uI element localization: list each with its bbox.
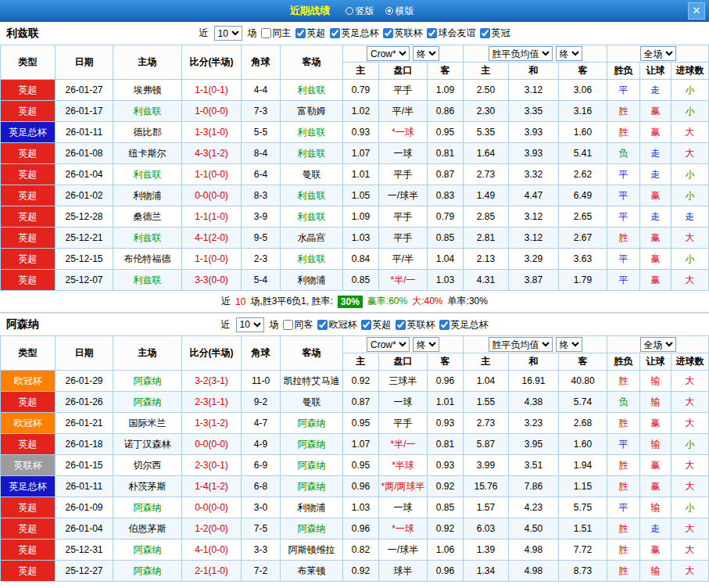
- league-filter-label: 欧冠杯: [329, 318, 357, 332]
- close-button[interactable]: ✕: [688, 2, 705, 20]
- layout-radio-horizontal[interactable]: 横版: [385, 5, 414, 18]
- ah-away-odds: 0.81: [428, 434, 464, 455]
- ah-handicap: 平手: [379, 228, 428, 249]
- league-filter-checkbox[interactable]: 英联杯: [396, 318, 435, 332]
- goals-result: 大: [671, 371, 709, 392]
- handicap-result: 赢: [640, 476, 671, 497]
- column-header: 主场: [113, 336, 182, 371]
- ah-away-odds: 1.06: [428, 540, 464, 561]
- wdl-result: 平: [607, 206, 640, 228]
- league-filter-checkbox-input[interactable]: [361, 320, 371, 330]
- content-area: 利兹联近10场同主英超英足总杯英联杯球会友谊英冠类型日期主场比分(半场)角球客场…: [0, 22, 709, 582]
- match-count-select[interactable]: 10: [214, 26, 242, 41]
- league-filter-checkbox[interactable]: 英超: [295, 27, 326, 40]
- league-badge: 英超: [1, 206, 56, 228]
- win-rate-badge: 30%: [338, 296, 363, 308]
- league-filter-checkbox[interactable]: 英冠: [480, 27, 510, 40]
- league-filter-checkbox[interactable]: 英足总杯: [439, 318, 489, 332]
- match-date: 26-01-09: [56, 497, 113, 518]
- match-row: 英超26-01-04伯恩茅斯1-2(0-0)7-5阿森纳0.96*一球0.926…: [1, 518, 709, 540]
- handicap-result: 赢: [640, 413, 671, 434]
- layout-radio-vertical[interactable]: 竖版: [346, 5, 374, 18]
- league-filter-checkbox[interactable]: 英超: [361, 318, 392, 332]
- wdl-result: 平: [607, 497, 640, 518]
- league-filter-checkbox[interactable]: 英联杯: [383, 27, 423, 40]
- match-row: 英足总杯26-01-11朴茨茅斯1-4(1-2)6-8阿森纳0.96*两/两球半…: [1, 476, 709, 497]
- away-team: 曼联: [281, 392, 343, 413]
- euro-draw-odds: 3.12: [509, 80, 559, 101]
- match-row: 英超26-01-09阿森纳0-0(0-0)3-0利物浦1.03一球0.851.5…: [1, 497, 709, 518]
- bookmaker-select[interactable]: Crow*: [367, 337, 410, 352]
- away-team: 阿森纳: [281, 455, 343, 476]
- euro-home-odds: 1.64: [464, 143, 509, 164]
- euro-mean-select[interactable]: 胜平负均值: [489, 337, 553, 352]
- ah-home-odds: 0.79: [343, 80, 379, 101]
- league-filter-checkbox-input[interactable]: [427, 28, 437, 38]
- euro-away-odds: 6.49: [559, 185, 607, 206]
- home-team: 桑德兰: [113, 206, 182, 228]
- handicap-result: 赢: [640, 455, 671, 476]
- column-header: 类型: [1, 336, 56, 371]
- home-team: 纽卡斯尔: [113, 143, 182, 164]
- odds-stage-select[interactable]: 终: [556, 337, 582, 352]
- match-count-select[interactable]: 10: [236, 317, 264, 332]
- scope-select[interactable]: 全场: [640, 46, 676, 61]
- ah-away-odds: 0.85: [428, 228, 464, 249]
- league-filter-checkbox-input[interactable]: [330, 28, 340, 38]
- league-filter-label: 英联杯: [395, 27, 423, 40]
- euro-mean-select[interactable]: 胜平负均值: [489, 46, 553, 61]
- away-team: 曼联: [281, 164, 343, 185]
- ah-handicap: 平手: [379, 80, 428, 101]
- radio-unselected-icon: [346, 7, 353, 15]
- ah-home-odds: 1.03: [343, 497, 379, 518]
- match-row: 英超26-01-02利物浦0-0(0-0)8-3利兹联1.05一/球半0.831…: [1, 185, 709, 206]
- league-filter-checkbox[interactable]: 欧冠杯: [317, 318, 357, 332]
- column-header: 比分(半场): [182, 336, 242, 371]
- subcolumn-header: 胜负: [607, 63, 640, 80]
- away-team: 布莱顿: [281, 561, 343, 582]
- match-row: 欧冠杯26-01-29阿森纳3-2(3-1)11-0凯拉特艾马迪0.92三球半0…: [1, 371, 709, 392]
- team-filter-bar: 阿森纳近10场同客欧冠杯英超英联杯英足总杯: [0, 313, 709, 335]
- score: 3-2(3-1): [182, 371, 242, 392]
- ah-handicap: 一/球半: [379, 185, 428, 206]
- league-filter-checkbox[interactable]: 球会友谊: [427, 27, 476, 40]
- euro-away-odds: 2.65: [559, 206, 607, 228]
- odds-stage-select[interactable]: 终: [413, 46, 439, 61]
- league-badge: 英超: [1, 561, 56, 582]
- odds-stage-select[interactable]: 终: [413, 337, 439, 352]
- euro-draw-odds: 3.95: [509, 434, 559, 455]
- ah-handicap: *一球: [379, 518, 428, 540]
- odds-stage-select[interactable]: 终: [556, 46, 582, 61]
- window-title: 近期战绩: [290, 4, 331, 18]
- match-date: 26-01-29: [56, 371, 113, 392]
- league-filter-checkbox-input[interactable]: [439, 320, 449, 330]
- summary-text: 场,胜3平6负1, 胜率:: [250, 295, 332, 308]
- league-filter-checkbox-input[interactable]: [295, 28, 306, 38]
- league-filter-checkbox-input[interactable]: [383, 28, 393, 38]
- column-header: 日期: [56, 45, 113, 80]
- away-team: 利兹联: [281, 122, 343, 143]
- subcolumn-header: 和: [509, 63, 559, 80]
- league-filter-checkbox-input[interactable]: [396, 320, 406, 330]
- matches-table: 类型日期主场比分(半场)角球客场Crow*终胜平负均值终全场主盘口客主和客胜负让…: [0, 335, 709, 582]
- games-label: 场: [270, 318, 279, 332]
- league-filter-checkbox-input[interactable]: [480, 28, 490, 38]
- same-venue-checkbox[interactable]: 同主: [261, 27, 292, 40]
- league-filter-checkbox[interactable]: 英足总杯: [330, 27, 379, 40]
- scope-select[interactable]: 全场: [640, 337, 676, 352]
- match-row: 英超25-12-21利兹联4-1(2-0)9-5水晶宫1.03平手0.852.8…: [1, 228, 709, 249]
- ah-away-odds: 0.93: [428, 455, 464, 476]
- same-venue-checkbox-input[interactable]: [261, 28, 271, 38]
- bookmaker-select[interactable]: Crow*: [367, 46, 410, 61]
- team-name: 利兹联: [6, 27, 39, 41]
- wdl-result: 平: [607, 164, 640, 185]
- euro-odds-header: 胜平负均值终: [464, 45, 607, 63]
- euro-draw-odds: 4.38: [509, 392, 559, 413]
- ah-handicap: *半球: [379, 455, 428, 476]
- handicap-result: 赢: [640, 540, 671, 561]
- league-filter-checkbox-input[interactable]: [317, 320, 328, 330]
- away-team: 阿森纳: [281, 413, 343, 434]
- handicap-result: 走: [640, 80, 671, 101]
- same-venue-checkbox-input[interactable]: [283, 320, 293, 330]
- same-venue-checkbox[interactable]: 同客: [283, 318, 313, 332]
